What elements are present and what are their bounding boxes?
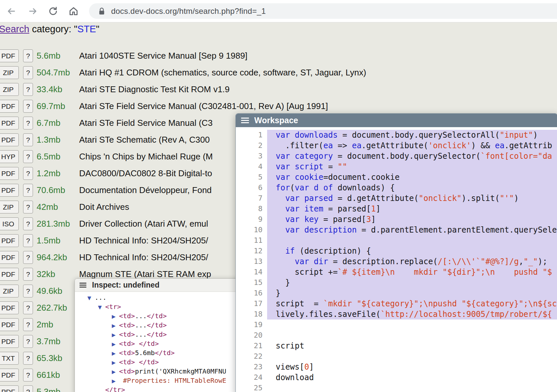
tree-row[interactable]: ▶ #Properties: HTMLTableRowE xyxy=(75,376,260,385)
expand-icon[interactable]: ▶ xyxy=(112,367,119,377)
expand-icon[interactable]: ▶ xyxy=(112,340,119,349)
file-type-button[interactable]: ZIP xyxy=(0,285,19,297)
tree-row[interactable]: ▶<td>...</td> xyxy=(75,330,260,339)
file-type-button[interactable]: PDF xyxy=(0,251,19,264)
code-line[interactable]: 24download xyxy=(236,372,557,383)
file-type-button[interactable]: ZIP xyxy=(0,66,19,79)
file-type-button[interactable]: PDF xyxy=(0,318,19,331)
tree-row[interactable]: ▶<td>print('QXRhcmkgMTA0MFNU xyxy=(75,367,260,376)
code-line[interactable]: 4var script = "" xyxy=(236,161,557,172)
tree-row[interactable]: ▶<td>...</td> xyxy=(75,311,260,321)
help-button[interactable]: ? xyxy=(23,251,33,264)
code-line[interactable]: 5var cookie=document.cookie xyxy=(236,172,557,182)
code-line[interactable]: 7 var parsed = d.getAttribute("onclick")… xyxy=(236,193,557,204)
code-line[interactable]: 11 xyxy=(236,235,557,246)
code-line[interactable]: 12 if (description) { xyxy=(236,246,557,256)
code-line[interactable]: 16} xyxy=(236,288,557,298)
code-line[interactable]: 17script = `mkdir "${category}";\npushd … xyxy=(236,298,557,309)
help-button[interactable]: ? xyxy=(23,369,33,381)
address-bar[interactable]: docs.dev-docs.org/htm/search.php?find=_1 xyxy=(89,3,557,19)
line-number: 17 xyxy=(236,298,267,309)
file-type-button[interactable]: PDF xyxy=(0,234,19,247)
collapse-icon[interactable]: ▼ xyxy=(98,303,105,312)
code-line[interactable]: 25 xyxy=(236,383,557,392)
code-line[interactable]: 15 } xyxy=(236,277,557,288)
help-button[interactable]: ? xyxy=(23,184,33,197)
help-button[interactable]: ? xyxy=(23,301,33,314)
file-type-button[interactable]: PDF xyxy=(0,301,19,314)
help-button[interactable]: ? xyxy=(23,385,33,392)
home-button[interactable] xyxy=(67,5,80,18)
code-editor[interactable]: 1var downloads = document.body.querySele… xyxy=(236,127,557,392)
file-type-button[interactable]: ISO xyxy=(0,217,19,230)
file-type-button[interactable]: PDF xyxy=(0,117,19,129)
code-line[interactable]: 18lively.files.saveFile(`http://localhos… xyxy=(236,309,557,320)
tree-row[interactable]: ▼<tr> xyxy=(75,302,260,311)
help-button[interactable]: ? xyxy=(23,133,33,146)
collapse-icon[interactable]: ▼ xyxy=(87,294,95,303)
file-type-button[interactable]: ZIP xyxy=(0,83,19,96)
tree-row[interactable]: ▶<td>...</td> xyxy=(75,321,260,330)
file-type-button[interactable]: PDF xyxy=(0,49,19,62)
tree-row[interactable]: </tr> xyxy=(75,385,260,392)
file-type-button[interactable]: PDF xyxy=(0,268,19,281)
help-button[interactable]: ? xyxy=(23,201,33,213)
expand-icon[interactable]: ▶ xyxy=(112,377,119,386)
help-button[interactable]: ? xyxy=(23,83,33,96)
expand-icon[interactable]: ▶ xyxy=(112,349,119,358)
code-line[interactable]: 19 xyxy=(236,320,557,330)
file-type-button[interactable]: ZIP xyxy=(0,201,19,213)
workspace-titlebar[interactable]: Workspace xyxy=(236,114,557,127)
hamburger-menu-icon[interactable] xyxy=(79,283,86,288)
tree-row[interactable]: ▶<td> </td> xyxy=(75,339,260,348)
file-type-button[interactable]: PDF xyxy=(0,167,19,180)
expand-icon[interactable]: ▶ xyxy=(112,330,119,340)
expand-icon[interactable]: ▶ xyxy=(112,312,119,321)
code-line[interactable]: 23views[0] xyxy=(236,362,557,372)
file-type-button[interactable]: PDF xyxy=(0,335,19,348)
code-line[interactable]: 1var downloads = document.body.querySele… xyxy=(236,130,557,140)
tree-row[interactable]: ▶<td>5.6mb</td> xyxy=(75,348,260,357)
file-type-button[interactable]: PDF xyxy=(0,184,19,197)
file-type-button[interactable]: HYP xyxy=(0,150,19,163)
code-line[interactable]: 10 var description = d.parentElement.par… xyxy=(236,225,557,235)
file-type-button[interactable]: PDF xyxy=(0,100,19,113)
reload-button[interactable] xyxy=(46,5,60,18)
help-button[interactable]: ? xyxy=(23,285,33,297)
back-button[interactable] xyxy=(5,5,18,18)
code-line[interactable]: 20 xyxy=(236,330,557,341)
hamburger-menu-icon[interactable] xyxy=(241,118,249,123)
inspect-titlebar[interactable]: Inspect: undefined xyxy=(75,279,260,292)
help-button[interactable]: ? xyxy=(23,66,33,79)
expand-icon[interactable]: ▶ xyxy=(112,321,119,330)
file-type-button[interactable]: PDF xyxy=(0,133,19,146)
code-line[interactable]: 13 var dir = description.replace(/[:\/\\… xyxy=(236,256,557,267)
code-line[interactable]: 8 var item = parsed[1] xyxy=(236,204,557,214)
code-line[interactable]: 9 var key = parsed[3] xyxy=(236,214,557,225)
tree-row[interactable]: ▶<td> </td> xyxy=(75,357,260,367)
code-line[interactable]: 21script xyxy=(236,341,557,351)
code-line[interactable]: 6for(var d of downloads) { xyxy=(236,182,557,193)
help-button[interactable]: ? xyxy=(23,167,33,180)
help-button[interactable]: ? xyxy=(23,318,33,331)
code-line[interactable]: 14 script +=`# ${item}\n mkdir "${dir}";… xyxy=(236,267,557,277)
help-button[interactable]: ? xyxy=(23,49,33,62)
search-link[interactable]: Search xyxy=(0,24,29,34)
code-line[interactable]: 22 xyxy=(236,351,557,362)
help-button[interactable]: ? xyxy=(23,217,33,230)
file-type-button[interactable]: PDF xyxy=(0,385,19,392)
code-line[interactable]: 2 .filter(ea => ea.getAttribute('onclick… xyxy=(236,140,557,151)
expand-icon[interactable]: ▶ xyxy=(112,358,119,367)
forward-button[interactable] xyxy=(26,5,40,18)
code-line[interactable]: 3var category = document.body.querySelec… xyxy=(236,151,557,161)
help-button[interactable]: ? xyxy=(23,117,33,129)
file-type-button[interactable]: PDF xyxy=(0,369,19,381)
help-button[interactable]: ? xyxy=(23,100,33,113)
help-button[interactable]: ? xyxy=(23,335,33,348)
help-button[interactable]: ? xyxy=(23,352,33,365)
help-button[interactable]: ? xyxy=(23,150,33,163)
help-button[interactable]: ? xyxy=(23,234,33,247)
file-type-button[interactable]: TXT xyxy=(0,352,19,365)
tree-row[interactable]: ▼... xyxy=(75,293,260,302)
help-button[interactable]: ? xyxy=(23,268,33,281)
